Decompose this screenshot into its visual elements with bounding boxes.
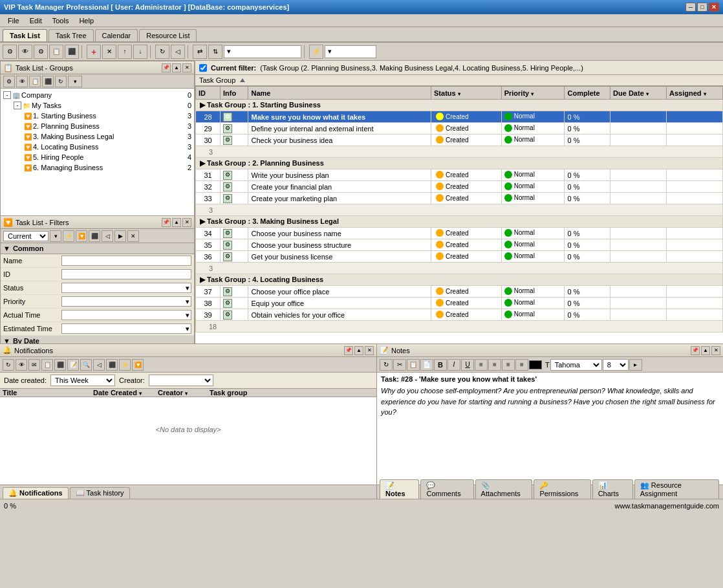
filter-checkbox[interactable] bbox=[199, 64, 207, 72]
panel-close-btn[interactable]: ✕ bbox=[182, 63, 191, 72]
tree-item-1[interactable]: 🔽 1. Starting Business 3 bbox=[2, 111, 193, 121]
notes-tab-notes[interactable]: 📝 Notes bbox=[380, 479, 419, 499]
task-info-btn[interactable]: ⚙ bbox=[223, 113, 232, 122]
tab-calendar[interactable]: Calendar bbox=[95, 29, 138, 41]
notif-btn-2[interactable]: 👁 bbox=[16, 359, 27, 371]
notif-btn-3[interactable]: ✉ bbox=[28, 359, 40, 371]
notes-tab-resource[interactable]: 👥 Resource Assignment bbox=[634, 479, 719, 499]
toolbar-btn-refresh[interactable]: ↻ bbox=[155, 45, 169, 59]
filter-priority-dropdown[interactable]: ▾ bbox=[61, 296, 191, 307]
col-status[interactable]: Status ▾ bbox=[431, 87, 502, 100]
toolbar-btn-delete[interactable]: ✕ bbox=[102, 45, 116, 59]
menu-file[interactable]: File bbox=[3, 16, 25, 26]
toolbar-btn-3[interactable]: ⚙ bbox=[34, 45, 48, 59]
filter-id-input[interactable] bbox=[61, 269, 191, 279]
notes-btn-bold[interactable]: B bbox=[434, 359, 447, 371]
notif-btn-9[interactable]: ⬛ bbox=[106, 359, 118, 371]
notif-btn-7[interactable]: 🔍 bbox=[80, 359, 92, 371]
filter-btn-4[interactable]: ⬛ bbox=[89, 230, 100, 242]
notif-btn-4[interactable]: 📋 bbox=[41, 359, 53, 371]
menu-tools[interactable]: Tools bbox=[47, 16, 74, 26]
task-info-btn[interactable]: ⚙ bbox=[223, 171, 232, 180]
tree-item-mytasks[interactable]: - 📁 My Tasks 0 bbox=[2, 100, 193, 111]
toolbar-btn-sort[interactable]: ⇅ bbox=[208, 45, 222, 59]
tree-expand-company[interactable]: - bbox=[3, 91, 11, 99]
tree-btn-2[interactable]: 👁 bbox=[16, 76, 28, 87]
notes-tab-attachments[interactable]: 📎 Attachments bbox=[475, 479, 533, 499]
table-row[interactable]: 37⚙Choose your office placeCreatedNormal… bbox=[196, 286, 723, 298]
notif-btn-6[interactable]: 📝 bbox=[67, 359, 79, 371]
filter-actualtime-dropdown[interactable]: ▾ bbox=[61, 310, 191, 320]
task-info-btn[interactable]: ⚙ bbox=[223, 229, 232, 238]
notes-tab-comments[interactable]: 💬 Comments bbox=[420, 479, 473, 499]
tree-item-4[interactable]: 🔽 4. Locating Business 3 bbox=[2, 142, 193, 152]
table-row[interactable]: 29⚙Define your internal and external int… bbox=[196, 123, 723, 135]
table-row[interactable]: 28⚙Make sure you know what it takesCreat… bbox=[196, 111, 723, 123]
notif-close-btn[interactable]: ✕ bbox=[365, 346, 374, 355]
creator-sort-icon[interactable]: ▾ bbox=[185, 391, 188, 397]
notes-btn-align-center[interactable]: ≡ bbox=[488, 359, 501, 371]
table-row[interactable]: 35⚙Choose your business structureCreated… bbox=[196, 239, 723, 251]
tree-item-6[interactable]: 🔽 6. Managing Business 2 bbox=[2, 162, 193, 173]
col-id[interactable]: ID bbox=[196, 87, 221, 100]
filter-estimatedtime-dropdown[interactable]: ▾ bbox=[61, 323, 191, 334]
task-info-btn[interactable]: ⚙ bbox=[223, 124, 232, 133]
filter-btn-1[interactable]: ▾ bbox=[50, 230, 61, 242]
notes-close-btn[interactable]: ✕ bbox=[711, 346, 720, 355]
current-filter-select[interactable]: Current bbox=[3, 231, 49, 241]
task-info-btn[interactable]: ⚙ bbox=[223, 252, 232, 261]
task-info-btn[interactable]: ⚙ bbox=[223, 182, 232, 191]
filters-pin-btn[interactable]: 📌 bbox=[162, 218, 171, 227]
filter-status-dropdown[interactable]: ▾ bbox=[61, 283, 191, 293]
notif-btn-5[interactable]: ⬛ bbox=[54, 359, 66, 371]
priority-sort-icon[interactable]: ▾ bbox=[531, 91, 534, 97]
toolbar-filter-dropdown[interactable]: ▾ bbox=[325, 45, 376, 58]
notes-btn-1[interactable]: ↻ bbox=[380, 359, 393, 371]
toolbar-btn-down[interactable]: ↓ bbox=[133, 45, 147, 59]
notes-btn-cut[interactable]: ✂ bbox=[393, 359, 406, 371]
filter-btn-6[interactable]: ▶ bbox=[114, 230, 126, 242]
notif-tab-notifications[interactable]: 🔔 Notifications bbox=[3, 487, 69, 499]
tree-btn-1[interactable]: ⚙ bbox=[3, 76, 15, 87]
notif-btn-1[interactable]: ↻ bbox=[3, 359, 14, 371]
panel-up-btn[interactable]: ▲ bbox=[172, 63, 181, 72]
tree-btn-4[interactable]: ⬛ bbox=[42, 76, 54, 87]
task-info-btn[interactable]: ⚙ bbox=[223, 194, 232, 203]
task-info-btn[interactable]: ⚙ bbox=[223, 310, 232, 320]
table-row[interactable]: 38⚙Equip your officeCreatedNormal0 % bbox=[196, 298, 723, 309]
duedate-sort-icon[interactable]: ▾ bbox=[646, 91, 649, 97]
tree-expand-mytasks[interactable]: - bbox=[14, 102, 21, 109]
assigned-sort-icon[interactable]: ▾ bbox=[704, 91, 706, 97]
notes-btn-list[interactable]: ≡ bbox=[515, 359, 528, 371]
tree-item-5[interactable]: 🔽 5. Hiring People 4 bbox=[2, 152, 193, 162]
toolbar-btn-2[interactable]: 👁 bbox=[18, 45, 32, 59]
col-info[interactable]: Info bbox=[221, 87, 248, 100]
toolbar-btn-4[interactable]: 📋 bbox=[49, 45, 63, 59]
notes-btn-underline[interactable]: U bbox=[461, 359, 474, 371]
task-info-btn[interactable]: ⚙ bbox=[223, 241, 232, 250]
tree-btn-expand[interactable]: ▾ bbox=[68, 76, 82, 87]
filter-btn-3[interactable]: 🔽 bbox=[76, 230, 87, 242]
tab-task-list[interactable]: Task List bbox=[3, 29, 47, 41]
col-duedate[interactable]: Due Date ▾ bbox=[610, 87, 667, 100]
date-created-select[interactable]: This Week bbox=[50, 375, 115, 386]
tree-item-company[interactable]: - 🏢 Company 0 bbox=[2, 90, 193, 100]
col-complete[interactable]: Complete bbox=[565, 87, 610, 100]
notes-tab-permissions[interactable]: 🔑 Permissions bbox=[534, 479, 590, 499]
table-row[interactable]: 31⚙Write your business planCreatedNormal… bbox=[196, 169, 723, 181]
filter-btn-7[interactable]: ✕ bbox=[127, 230, 139, 242]
tree-item-3[interactable]: 🔽 3. Making Business Legal 3 bbox=[2, 131, 193, 142]
close-button[interactable]: ✕ bbox=[709, 3, 719, 12]
filter-btn-5[interactable]: ◁ bbox=[102, 230, 113, 242]
table-row[interactable]: 30⚙Check your business ideaCreatedNormal… bbox=[196, 135, 723, 146]
toolbar-btn-filter1[interactable]: ⚡ bbox=[309, 45, 323, 59]
tree-item-2[interactable]: 🔽 2. Planning Business 3 bbox=[2, 121, 193, 131]
table-row[interactable]: 36⚙Get your business licenseCreatedNorma… bbox=[196, 251, 723, 263]
notes-pin-btn[interactable]: 📌 bbox=[691, 346, 700, 355]
notes-btn-italic[interactable]: I bbox=[448, 359, 460, 371]
task-info-btn[interactable]: ⚙ bbox=[223, 136, 232, 145]
table-row[interactable]: 39⚙Obtain vehicles for your officeCreate… bbox=[196, 309, 723, 321]
notif-pin-btn[interactable]: 📌 bbox=[344, 346, 353, 355]
notes-btn-align-right[interactable]: ≡ bbox=[502, 359, 515, 371]
toolbar-btn-left[interactable]: ◁ bbox=[171, 45, 185, 59]
